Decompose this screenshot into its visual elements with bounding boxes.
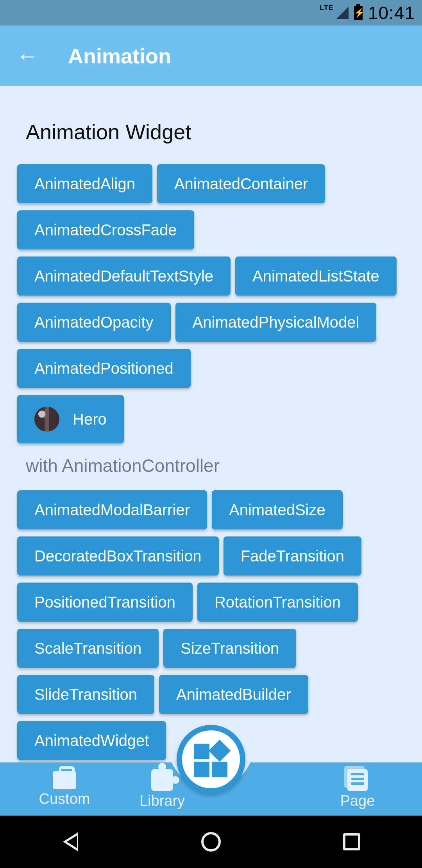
chip-label: ScaleTransition	[34, 640, 141, 656]
chip-animatedsize[interactable]: AnimatedSize	[212, 490, 343, 529]
subsection-title: with AnimationController	[0, 443, 422, 490]
briefcase-icon	[53, 771, 76, 789]
nav-label: Library	[139, 793, 185, 809]
chip-animatedcrossfade[interactable]: AnimatedCrossFade	[17, 210, 194, 249]
chip-label: AnimatedPhysicalModel	[193, 314, 359, 330]
recent-square-icon	[343, 833, 360, 850]
chip-label: FadeTransition	[241, 548, 344, 564]
chip-label: AnimatedPositioned	[34, 360, 173, 376]
main-content: Animation Widget AnimatedAlignAnimatedCo…	[0, 86, 422, 762]
nav-label: Page	[340, 793, 375, 809]
hero-thumbnail-icon	[34, 407, 59, 432]
chip-positionedtransition[interactable]: PositionedTransition	[17, 583, 193, 622]
signal-icon	[336, 7, 349, 19]
status-clock: 10:41	[368, 2, 415, 23]
chip-label: SizeTransition	[181, 640, 279, 656]
chip-label: SlideTransition	[34, 687, 137, 702]
chip-label: AnimatedAlign	[34, 176, 135, 192]
chip-animatedbuilder[interactable]: AnimatedBuilder	[159, 675, 308, 714]
back-arrow-icon[interactable]: ←	[16, 45, 38, 67]
chip-label: AnimatedBuilder	[176, 687, 291, 702]
chip-label: RotationTransition	[215, 594, 341, 610]
page-icon	[347, 769, 368, 791]
chip-decoratedboxtransition[interactable]: DecoratedBoxTransition	[17, 536, 219, 576]
dashboard-icon	[193, 741, 229, 777]
chip-label: PositionedTransition	[34, 594, 175, 610]
page-title: Animation	[68, 44, 171, 68]
chip-label: AnimatedWidget	[34, 733, 149, 748]
chip-label: AnimatedOpacity	[34, 314, 154, 330]
network-label: LTE	[320, 4, 334, 12]
nav-item-page[interactable]: Page	[309, 769, 406, 809]
sys-home-button[interactable]	[199, 830, 223, 854]
chip-animatedalign[interactable]: AnimatedAlign	[17, 164, 152, 203]
chip-group-animation-widget: AnimatedAlignAnimatedContainerAnimatedCr…	[0, 164, 422, 388]
chip-label: AnimatedContainer	[174, 176, 308, 192]
chip-animatedopacity[interactable]: AnimatedOpacity	[17, 303, 171, 342]
chip-animatedpositioned[interactable]: AnimatedPositioned	[17, 349, 191, 388]
chip-fadetransition[interactable]: FadeTransition	[224, 536, 361, 576]
chip-animatedmodalbarrier[interactable]: AnimatedModalBarrier	[17, 490, 207, 529]
chip-label: Hero	[73, 411, 107, 427]
nav-item-custom[interactable]: Custom	[16, 771, 113, 807]
chip-label: AnimatedSize	[229, 502, 325, 518]
fab-button[interactable]	[177, 725, 245, 794]
chip-hero[interactable]: Hero	[17, 395, 124, 443]
puzzle-icon	[151, 769, 173, 791]
battery-icon: ⚡	[354, 6, 363, 20]
chip-label: AnimatedCrossFade	[34, 222, 177, 238]
section-title: Animation Widget	[0, 86, 422, 164]
chip-sizetransition[interactable]: SizeTransition	[163, 629, 296, 668]
bottom-nav-wrap: Custom Library Page	[0, 762, 422, 816]
app-bar: ← Animation	[0, 25, 422, 86]
android-status-bar: LTE ⚡ 10:41	[0, 0, 422, 25]
chip-animatedcontainer[interactable]: AnimatedContainer	[157, 164, 325, 203]
chip-group-hero: Hero	[0, 395, 422, 443]
home-circle-icon	[201, 832, 221, 852]
back-triangle-icon	[63, 832, 78, 851]
chip-label: AnimatedModalBarrier	[34, 502, 190, 518]
chip-animatedphysicalmodel[interactable]: AnimatedPhysicalModel	[175, 303, 377, 342]
chip-animatedwidget[interactable]: AnimatedWidget	[17, 721, 166, 760]
chip-label: AnimatedDefaultTextStyle	[34, 268, 213, 284]
android-system-nav	[0, 816, 422, 868]
sys-recent-button[interactable]	[340, 830, 363, 854]
nav-label: Custom	[39, 791, 90, 807]
chip-label: AnimatedListState	[252, 268, 379, 284]
sys-back-button[interactable]	[59, 830, 82, 854]
chip-animateddefaulttextstyle[interactable]: AnimatedDefaultTextStyle	[17, 256, 231, 296]
chip-animatedliststate[interactable]: AnimatedListState	[235, 256, 397, 296]
chip-rotationtransition[interactable]: RotationTransition	[197, 583, 358, 622]
chip-scaletransition[interactable]: ScaleTransition	[17, 629, 159, 668]
chip-slidetransition[interactable]: SlideTransition	[17, 675, 154, 714]
chip-group-animation-controller: AnimatedModalBarrierAnimatedSizeDecorate…	[0, 490, 422, 760]
chip-label: DecoratedBoxTransition	[34, 548, 202, 564]
